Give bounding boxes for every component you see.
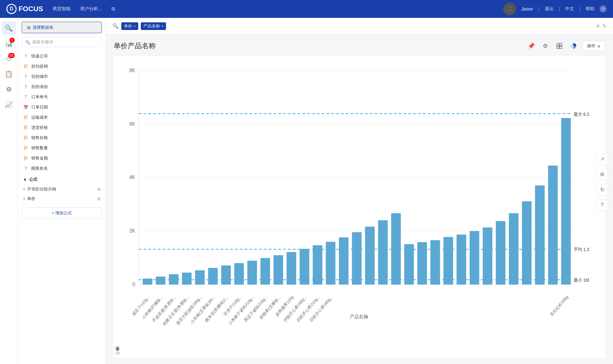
field-purchase-price[interactable]: 折 进货价格 [22, 123, 102, 133]
pin-icon[interactable]: 📌 [526, 41, 536, 51]
svg-rect-39 [365, 227, 375, 284]
svg-text:西瓜子诸味218g...: 西瓜子诸味218g... [243, 294, 268, 323]
right-help-btn[interactable]: ? [596, 199, 608, 211]
help-text[interactable]: 帮助 [586, 6, 594, 12]
logout-btn[interactable]: 退出 [545, 6, 554, 12]
add-formula-btn[interactable]: + 增加公式 [22, 207, 102, 219]
chart-container: 单价(求和) 8K 6K 4K 2K 0 [114, 56, 605, 358]
field-customer-name[interactable]: T 顾客姓名 [22, 163, 102, 174]
field-sale-qty[interactable]: 折 销售数量 [22, 143, 102, 153]
analysis-icon: 📈 [5, 101, 13, 108]
table-icon: 📋 [5, 70, 13, 78]
table-view-icon[interactable] [554, 41, 564, 51]
svg-text:东北红松330g: 东北红松330g [549, 294, 569, 317]
bar-chart-svg: 8K 6K 4K 2K 0 最大 6.39K 平均 1.32K 最小 169.5 [125, 63, 589, 332]
svg-rect-24 [169, 274, 178, 285]
chart-settings-icon[interactable]: ⚙ [540, 41, 550, 51]
field-type-icon: 折 [23, 115, 29, 120]
logo-text: FOCUS [19, 5, 43, 13]
menu-user[interactable]: 用户分析... [80, 6, 102, 12]
field-type-icon: 折 [23, 63, 29, 69]
svg-rect-51 [522, 201, 532, 285]
topnav-menu: 商贸智能 用户分析... ⧉ [53, 6, 503, 12]
right-refresh-btn[interactable]: ↻ [596, 184, 608, 196]
search-clear-btn[interactable]: ✕ [596, 23, 600, 29]
select-table-btn[interactable]: ⊞ 选择数据表 [22, 22, 102, 33]
logo-circle: D [6, 4, 17, 14]
svg-rect-52 [535, 185, 545, 285]
timer-badge: 56 [8, 53, 14, 58]
sidebar-settings-btn[interactable]: ⚙ [2, 82, 16, 96]
right-settings-btn[interactable]: ⚙ [596, 169, 608, 180]
field-dest-city[interactable]: T 目的城市 [22, 71, 102, 82]
svg-text:最小 169.5: 最小 169.5 [574, 277, 590, 283]
chart-inner: 8K 6K 4K 2K 0 最大 6.39K 平均 1.32K 最小 169.5 [122, 56, 605, 358]
sidebar-table-btn[interactable]: 📋 [2, 67, 16, 81]
keyword-search[interactable]: 🔍 搜索关键词 [22, 37, 102, 47]
field-discount[interactable]: 折 折扣促销 [22, 61, 102, 71]
field-shipping-cost[interactable]: 折 运输成本 [22, 112, 102, 123]
language-btn[interactable]: 中文 [565, 6, 574, 12]
svg-rect-28 [221, 265, 231, 285]
svg-rect-37 [339, 237, 348, 285]
svg-rect-53 [548, 166, 558, 285]
svg-rect-33 [287, 252, 296, 285]
svg-rect-2 [557, 46, 559, 48]
field-courier[interactable]: T 快递公司 [22, 51, 102, 61]
filter-tag-close-1[interactable]: × [133, 24, 136, 28]
export-icon: ↗ [600, 156, 604, 162]
filter-tag-close-2[interactable]: × [161, 24, 163, 28]
svg-rect-1 [560, 43, 562, 46]
filter-tag-unit-price[interactable]: 单价 × [121, 22, 138, 30]
formula-item-2[interactable]: × 单价 ⧉ [22, 194, 102, 204]
svg-text:伊朗开心果190g...: 伊朗开心果190g... [283, 294, 307, 323]
svg-rect-34 [300, 249, 309, 285]
field-type-icon: 折 [23, 125, 29, 130]
sidebar-timer-btn[interactable]: ⏱ 56 [2, 52, 16, 66]
menu-trade[interactable]: 商贸智能 [53, 6, 71, 12]
svg-rect-49 [496, 221, 505, 285]
field-order-no[interactable]: T 订单单号 [22, 92, 102, 102]
search-refresh-btn[interactable]: ↻ [602, 23, 607, 29]
sidebar-analysis-btn[interactable]: 📈 [2, 98, 16, 112]
search-icon: 🔍 [5, 24, 13, 32]
svg-rect-46 [457, 234, 466, 285]
field-sale-amount[interactable]: 折 销售金额 [22, 153, 102, 163]
svg-rect-30 [247, 261, 257, 285]
svg-rect-26 [195, 270, 205, 285]
formula-edit-icon2[interactable]: ⧉ [97, 196, 101, 202]
svg-rect-48 [483, 227, 492, 285]
topnav-right: 🎵 Jason | 退出 | 中文 | 帮助 ? [503, 3, 607, 15]
field-type-icon: T [23, 74, 29, 79]
field-dest-province[interactable]: T 目的省份 [22, 82, 102, 92]
avatar[interactable]: 🎵 [503, 3, 516, 15]
export-btn[interactable]: ↗ [596, 153, 608, 165]
search-bar: 🔍 单价 × 产品名称 × ✕ ↻ [106, 18, 613, 34]
user-name[interactable]: Jason [521, 6, 533, 11]
svg-rect-42 [404, 244, 414, 285]
chart-badge: 3 [10, 38, 15, 43]
svg-rect-27 [208, 268, 218, 285]
sidebar-search-btn[interactable]: 🔍 [2, 21, 16, 35]
ops-btn[interactable]: 操作 ∨ [582, 41, 605, 51]
svg-rect-29 [234, 263, 244, 285]
topnav-expand-icon[interactable]: ⧉ [111, 6, 115, 12]
svg-rect-41 [391, 213, 401, 285]
formula-item-1[interactable]: × 不等距分组示例 ⧉ [22, 184, 102, 194]
refresh-icon: ↻ [600, 187, 604, 193]
app-logo[interactable]: D FOCUS [6, 4, 43, 14]
field-type-icon: T [23, 84, 29, 89]
sidebar-chart-btn[interactable]: 📊 3 [2, 36, 16, 50]
field-type-icon: T [23, 54, 29, 59]
svg-text:平均 1.32K: 平均 1.32K [574, 247, 590, 252]
help-circle-btn[interactable]: ? [600, 5, 607, 12]
svg-rect-54 [561, 118, 571, 285]
field-order-date[interactable]: 📅 订单日期 [22, 102, 102, 112]
field-type-icon: T [23, 94, 29, 100]
filter-tag-product-name[interactable]: 产品名称 × [141, 22, 166, 30]
field-sale-price[interactable]: 折 销售价格 [22, 133, 102, 143]
svg-text:最大 6.39K: 最大 6.39K [574, 111, 590, 117]
help-icon: ? [601, 202, 604, 208]
pie-view-icon[interactable] [568, 41, 579, 51]
formula-edit-icon[interactable]: ⧉ [97, 187, 101, 192]
